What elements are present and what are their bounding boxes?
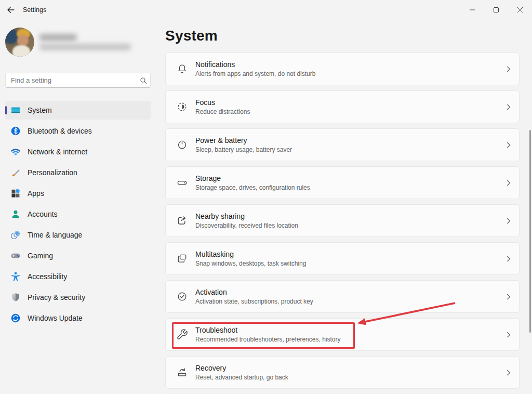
chevron-right-icon	[506, 294, 512, 300]
apps-icon	[10, 188, 21, 199]
card-text: Nearby sharingDiscoverability, received …	[195, 212, 298, 229]
card-title: Recovery	[195, 364, 288, 372]
accessibility-icon	[10, 271, 21, 282]
sidebar-item-bluetooth-devices[interactable]: Bluetooth & devices	[5, 122, 151, 140]
chevron-right-icon	[506, 104, 512, 110]
maximize-button[interactable]	[484, 0, 508, 20]
card-text: TroubleshootRecommended troubleshooters,…	[195, 326, 340, 343]
card-title: Storage	[195, 174, 310, 182]
sidebar: SystemBluetooth & devicesNetwork & inter…	[0, 21, 156, 394]
scrollbar-thumb[interactable]	[529, 130, 531, 333]
chevron-right-icon	[506, 256, 512, 262]
card-storage[interactable]: StorageStorage space, drives, configurat…	[165, 166, 520, 199]
card-title: Nearby sharing	[195, 212, 298, 220]
bluetooth-icon	[10, 126, 21, 136]
sidebar-item-privacy-security[interactable]: Privacy & security	[5, 288, 151, 307]
recovery-icon	[176, 366, 188, 379]
sidebar-item-system[interactable]: System	[5, 101, 151, 120]
close-button[interactable]	[508, 0, 532, 20]
selected-indicator	[5, 106, 7, 114]
card-troubleshoot[interactable]: TroubleshootRecommended troubleshooters,…	[165, 318, 520, 351]
card-subtitle: Activation state, subscriptions, product…	[195, 298, 313, 305]
card-title: Multitasking	[195, 250, 306, 258]
card-subtitle: Recommended troubleshooters, preferences…	[195, 336, 340, 343]
sidebar-item-label: Bluetooth & devices	[28, 127, 92, 135]
arrow-left-icon	[7, 6, 15, 16]
card-nearby-sharing[interactable]: Nearby sharingDiscoverability, received …	[165, 204, 520, 237]
sidebar-item-label: Windows Update	[28, 314, 83, 322]
card-title: Activation	[195, 288, 313, 296]
troubleshoot-icon	[176, 329, 188, 341]
maximize-icon	[494, 6, 499, 14]
nearby-sharing-icon	[176, 215, 188, 227]
privacy-icon	[10, 292, 21, 303]
card-title: Troubleshoot	[195, 326, 340, 334]
gaming-icon	[10, 251, 21, 261]
sidebar-item-windows-update[interactable]: Windows Update	[5, 309, 151, 327]
card-text: StorageStorage space, drives, configurat…	[195, 174, 310, 191]
card-text: NotificationsAlerts from apps and system…	[195, 60, 315, 77]
search-input[interactable]	[6, 76, 137, 84]
time-language-icon	[10, 230, 21, 240]
bell-icon	[176, 63, 188, 75]
activation-icon	[176, 291, 188, 303]
card-text: Power & batterySleep, battery usage, bat…	[195, 136, 292, 153]
sidebar-item-network-internet[interactable]: Network & internet	[5, 142, 151, 161]
sidebar-item-label: Gaming	[28, 252, 53, 260]
multitask-icon	[176, 253, 188, 265]
chevron-right-icon	[506, 218, 512, 224]
minimize-button[interactable]	[460, 0, 484, 20]
card-subtitle: Reduce distractions	[195, 108, 250, 115]
main-content: System NotificationsAlerts from apps and…	[165, 21, 532, 394]
network-icon	[10, 147, 21, 157]
chevron-right-icon	[506, 332, 512, 338]
card-title: Notifications	[195, 60, 315, 69]
user-avatar[interactable]	[5, 28, 34, 57]
sidebar-item-label: Accessibility	[28, 272, 67, 281]
sidebar-item-label: Accounts	[28, 210, 58, 218]
window-controls	[460, 0, 532, 20]
user-name-blurred	[39, 34, 77, 41]
sidebar-item-apps[interactable]: Apps	[5, 184, 151, 203]
card-text: MultitaskingSnap windows, desktops, task…	[195, 250, 306, 267]
card-multitasking[interactable]: MultitaskingSnap windows, desktops, task…	[165, 242, 520, 275]
page-title: System	[165, 28, 218, 44]
card-activation[interactable]: ActivationActivation state, subscription…	[165, 280, 520, 313]
sidebar-item-label: Time & language	[28, 231, 82, 239]
card-recovery[interactable]: RecoveryReset, advanced startup, go back	[165, 356, 520, 389]
card-subtitle: Alerts from apps and system, do not dist…	[195, 70, 315, 77]
back-button[interactable]	[4, 4, 18, 17]
card-subtitle: Sleep, battery usage, battery saver	[195, 146, 292, 153]
search-box[interactable]	[5, 73, 151, 88]
card-notifications[interactable]: NotificationsAlerts from apps and system…	[165, 52, 520, 85]
sidebar-item-label: Network & internet	[28, 148, 87, 156]
sidebar-item-gaming[interactable]: Gaming	[5, 246, 151, 265]
focus-icon	[176, 101, 188, 113]
card-power-battery[interactable]: Power & batterySleep, battery usage, bat…	[165, 128, 520, 161]
search-icon[interactable]	[137, 77, 150, 84]
sidebar-item-accounts[interactable]: Accounts	[5, 205, 151, 224]
windows-update-icon	[10, 313, 21, 323]
accounts-icon	[10, 209, 21, 219]
chevron-right-icon	[506, 66, 512, 72]
settings-cards: NotificationsAlerts from apps and system…	[165, 52, 520, 394]
sidebar-item-time-language[interactable]: Time & language	[5, 226, 151, 244]
sidebar-item-label: Privacy & security	[28, 293, 85, 301]
sidebar-nav: SystemBluetooth & devicesNetwork & inter…	[5, 101, 151, 330]
window-title: Settings	[23, 6, 46, 14]
chevron-right-icon	[506, 180, 512, 186]
card-title: Focus	[195, 98, 250, 107]
card-subtitle: Discoverability, received files location	[195, 222, 298, 229]
storage-icon	[176, 177, 188, 189]
card-focus[interactable]: FocusReduce distractions	[165, 90, 520, 123]
close-icon	[517, 6, 523, 14]
power-icon	[176, 139, 188, 151]
sidebar-item-personalization[interactable]: Personalization	[5, 163, 151, 182]
personalization-icon	[10, 167, 21, 178]
chevron-right-icon	[506, 142, 512, 148]
system-icon	[10, 105, 21, 115]
card-subtitle: Snap windows, desktops, task switching	[195, 260, 306, 267]
sidebar-item-accessibility[interactable]: Accessibility	[5, 267, 151, 286]
titlebar: Settings	[0, 0, 532, 21]
card-text: ActivationActivation state, subscription…	[195, 288, 313, 305]
